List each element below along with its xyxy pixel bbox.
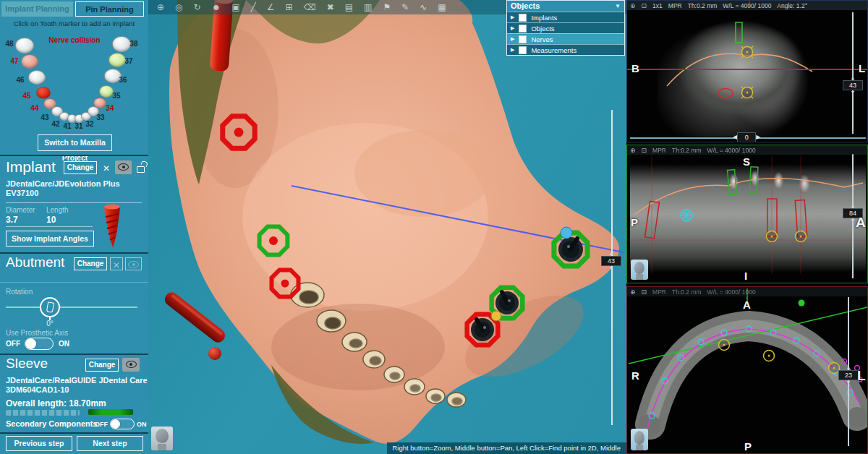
tooth-number-47: 47 — [8, 57, 21, 65]
axial-slider-handle[interactable]: ▲ 23 ▼ — [838, 366, 859, 385]
visibility-checkbox[interactable] — [519, 35, 527, 43]
abutment-visibility-button[interactable] — [125, 257, 142, 270]
visibility-checkbox[interactable] — [519, 14, 527, 22]
previous-step-button[interactable]: Previous step — [6, 436, 72, 451]
pano-plane-line — [627, 69, 868, 70]
delete-icon[interactable]: ✖ — [327, 0, 334, 14]
cross-section-view[interactable]: ⊕ ⊡ 1x1 MPR Th:0.2 mm W/L = 4000/ 1000 A… — [626, 0, 868, 142]
pan-icon[interactable]: ⊕ — [630, 288, 636, 296]
tab-implant-planning[interactable]: Implant Planning — [1, 1, 73, 17]
sleeve-change-button[interactable]: Change — [85, 359, 119, 372]
3d-slider-handle[interactable]: ▲ 43 ▼ — [601, 252, 621, 270]
tooth-number-34: 34 — [103, 104, 116, 112]
rotation-dial[interactable] — [40, 297, 60, 317]
patient-icon[interactable]: ☻ — [212, 0, 221, 14]
expand-icon[interactable]: ▶ — [511, 25, 514, 31]
orientation-label-s: S — [743, 155, 750, 168]
snapshot-icon[interactable]: ▤ — [345, 0, 353, 14]
tooth-number-46: 46 — [14, 76, 27, 84]
implant-tool-icon[interactable]: ⊞ — [286, 0, 293, 14]
tab-pin-planning[interactable]: Pin Planning — [75, 1, 144, 17]
line-measure-icon[interactable]: ╱ — [251, 0, 256, 14]
tooth-number-35: 35 — [110, 92, 123, 100]
objects-row-objects[interactable]: ▶Objects — [507, 22, 624, 33]
implant-model: EV37100 — [6, 189, 38, 197]
rotation-slider-track[interactable] — [6, 307, 137, 308]
implant-change-button[interactable]: Change — [64, 161, 97, 174]
red-pin-tip — [208, 347, 221, 360]
cross-slider-handle[interactable]: ▲ 43 ▼ — [843, 76, 863, 95]
implant-lock-button[interactable] — [135, 160, 146, 174]
abutment-remove-button[interactable]: ✕ — [110, 257, 123, 270]
window-level-label: W/L = 4000/ 1000 — [707, 288, 756, 296]
flag-icon[interactable]: ⚑ — [383, 0, 391, 14]
curve-icon[interactable]: ∿ — [420, 0, 427, 14]
next-step-button[interactable]: Next step — [77, 436, 143, 451]
abutment-change-button[interactable]: Change — [74, 257, 107, 270]
eraser-icon[interactable]: ⌫ — [304, 0, 316, 14]
cross-slider-track[interactable] — [852, 12, 854, 134]
tri-down-icon: ▼ — [851, 90, 856, 95]
pan-icon[interactable]: ⊕ — [157, 0, 164, 14]
tooth-marker-46[interactable] — [28, 70, 46, 85]
show-implant-angles-button[interactable]: Show Implant Angles — [6, 231, 94, 247]
grid-icon[interactable]: ▦ — [438, 0, 446, 14]
sleeve-dot-yellow[interactable] — [491, 311, 501, 321]
layout-icon[interactable]: ▥ — [364, 0, 372, 14]
implant-visibility-button[interactable] — [115, 160, 132, 174]
viewport-3d[interactable]: ⊕◎↻☻▣╱∠⊞⌫✖▤▥⚑✎∿▦ — [148, 0, 626, 454]
switch-to-maxilla-button[interactable]: Switch to Maxilla Project — [38, 134, 112, 151]
diameter-value: 3.7 — [6, 215, 18, 225]
eye-icon — [126, 361, 137, 368]
objects-row-implants[interactable]: ▶Implants — [507, 12, 624, 22]
orientation-head-icon[interactable] — [151, 427, 173, 450]
pan-icon[interactable]: ⊕ — [630, 2, 636, 9]
expand-icon[interactable]: ▶ — [511, 14, 514, 20]
orientation-label-r: R — [631, 369, 639, 382]
pan-icon[interactable]: ⊕ — [630, 147, 636, 154]
draw-icon[interactable]: ✎ — [401, 0, 409, 14]
tooth-marker-45[interactable] — [36, 87, 51, 99]
implant-marker-green-3[interactable] — [554, 233, 587, 266]
panoramic-view[interactable]: ⊕ ⊡ MPR Th:0.2 mm W/L = 4000/ 1000 — [626, 145, 868, 283]
divider — [0, 354, 148, 355]
grid-layout-label: 1x1 — [652, 2, 663, 9]
angle-measure-icon[interactable]: ∠ — [267, 0, 275, 14]
objects-row-measurements[interactable]: ▶Measurements — [507, 44, 624, 55]
objects-row-label: Objects — [531, 25, 554, 33]
tooth-marker-47[interactable] — [21, 54, 38, 69]
prosthetic-axis-toggle[interactable] — [25, 338, 54, 350]
visibility-checkbox[interactable] — [519, 46, 527, 54]
camera-icon[interactable]: ⊡ — [642, 2, 647, 9]
orientation-head-icon[interactable] — [631, 260, 648, 280]
tooth-hint-text: Click on Tooth marker to add an implant — [0, 20, 148, 27]
secondary-components-toggle[interactable] — [110, 419, 135, 429]
expand-icon[interactable]: ▶ — [511, 36, 514, 42]
window-level-label: W/L = 4000/ 1000 — [723, 2, 771, 9]
visibility-checkbox[interactable] — [519, 25, 527, 33]
toggle-knob — [111, 419, 120, 429]
tooth-number-48: 48 — [3, 40, 16, 48]
sleeve-slider-bar[interactable] — [88, 409, 133, 415]
window-level-label: W/L = 4000/ 1000 — [707, 147, 756, 154]
axial-view[interactable]: ⊕ ⊡ MPR Th:0.2 mm W/L = 4000/ 1000 — [626, 286, 868, 454]
cross-slider-value: 43 — [843, 80, 863, 90]
cross-pan-slider-handle[interactable]: ◀ 0 ▶ — [733, 132, 760, 142]
camera-icon[interactable]: ⊡ — [642, 147, 647, 154]
abutment-section-title: Abutment — [6, 254, 64, 270]
sleeve-visibility-button[interactable] — [122, 358, 140, 372]
objects-panel-header[interactable]: Objects ▼ — [507, 1, 624, 12]
sleeve-dot-blue[interactable] — [561, 227, 572, 239]
mouse-hints-statusbar: Right button=Zoom, Middle button=Pan, Le… — [387, 442, 626, 454]
zoom-icon[interactable]: ◎ — [175, 0, 182, 14]
orientation-label-i: I — [744, 270, 747, 282]
objects-row-nerves[interactable]: ▶Nerves — [507, 33, 624, 44]
implant-remove-button[interactable]: ✕ — [100, 161, 113, 174]
volume-icon[interactable]: ▣ — [231, 0, 239, 14]
expand-icon[interactable]: ▶ — [511, 47, 514, 53]
rotate-icon[interactable]: ↻ — [194, 0, 201, 14]
secondary-components-label: Secondary Components — [6, 419, 98, 428]
angle-label: Angle: 1.2° — [777, 2, 807, 9]
orientation-head-icon[interactable] — [631, 429, 648, 450]
camera-icon[interactable]: ⊡ — [642, 288, 647, 296]
